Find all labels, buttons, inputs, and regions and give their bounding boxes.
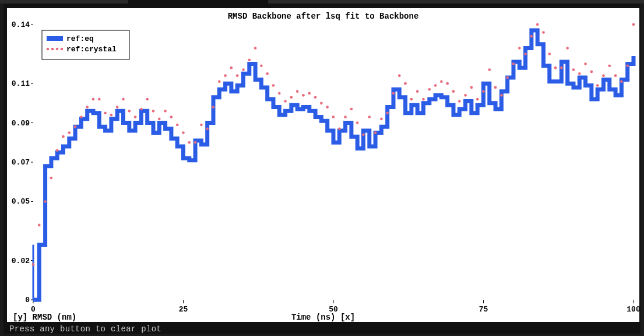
- series-ref:crystal-pt: [170, 116, 173, 118]
- series-ref:crystal-pt: [488, 68, 491, 71]
- series-ref:crystal-pt: [236, 74, 239, 77]
- series-ref:crystal-pt: [182, 131, 185, 134]
- series-ref:crystal-pt: [344, 116, 347, 118]
- series-ref:crystal-pt: [494, 86, 497, 89]
- legend-label-crystal: ref:crystal: [66, 45, 117, 54]
- legend-label-eq: ref:eq: [66, 34, 94, 43]
- series-ref:crystal-pt: [626, 65, 629, 68]
- series-ref:crystal-pt: [278, 92, 281, 95]
- series-ref:crystal-pt: [92, 98, 95, 101]
- y-tick-label: 0.07: [12, 158, 30, 167]
- series-ref:crystal-pt: [38, 224, 41, 227]
- series-ref:crystal-pt: [266, 72, 269, 75]
- series-ref:crystal-pt: [254, 47, 257, 50]
- series-ref:crystal-pt: [194, 141, 197, 144]
- active-tab[interactable]: [128, 0, 268, 4]
- series-ref:crystal-pt: [296, 90, 299, 93]
- series-ref:crystal-pt: [128, 110, 131, 113]
- series-ref:crystal-pt: [470, 86, 473, 89]
- series-ref:crystal-pt: [614, 74, 617, 77]
- x-tick-label: 100: [627, 305, 639, 314]
- series-ref:crystal-pt: [362, 134, 365, 136]
- series-ref:crystal-pt: [536, 23, 539, 26]
- series-ref:crystal-pt: [56, 149, 59, 152]
- y-tick-label: 0: [25, 296, 30, 304]
- y-tick-label: 0.14: [12, 20, 30, 29]
- series-ref:crystal-pt: [218, 80, 221, 83]
- series-ref:crystal-pt: [632, 23, 635, 26]
- series-ref:crystal-pt: [200, 124, 203, 127]
- series-ref:crystal-pt: [560, 66, 563, 69]
- footer-prompt: Press any button to clear plot: [9, 324, 641, 334]
- series-ref:crystal-pt: [404, 82, 407, 85]
- series-ref:crystal-pt: [428, 88, 431, 91]
- series-ref:crystal-pt: [452, 90, 455, 93]
- y-tick-label: 0.05: [12, 197, 30, 206]
- series-ref:crystal-pt: [410, 98, 413, 101]
- series-ref:crystal-pt: [620, 80, 623, 83]
- series-ref:crystal-pt: [374, 131, 377, 134]
- series-ref:crystal-pt: [482, 90, 485, 93]
- series-ref:crystal-pt: [476, 98, 479, 101]
- series-ref:crystal-pt: [158, 118, 161, 121]
- x-tick-label: 25: [179, 305, 188, 314]
- y-tick-label: 0.11: [12, 79, 30, 88]
- series-ref:crystal-pt: [50, 177, 53, 180]
- series-ref:crystal-pt: [386, 111, 389, 114]
- series-ref:crystal-pt: [212, 106, 215, 108]
- series-ref:crystal-pt: [500, 94, 503, 97]
- series-ref:crystal-pt: [416, 90, 419, 93]
- series-ref:crystal-pt: [188, 141, 191, 144]
- legend-swatch-crystal: [51, 48, 54, 51]
- series-ref:crystal-pt: [44, 200, 47, 203]
- series-ref:crystal-pt: [380, 118, 383, 121]
- y-tick-label: 0.09: [12, 119, 30, 128]
- series-ref:crystal-pt: [602, 74, 605, 77]
- series-ref:crystal-pt: [62, 135, 65, 138]
- series-ref:crystal-pt: [230, 66, 233, 69]
- terminal-frame: RMSD Backbone after lsq fit to Backbone0…: [3, 4, 641, 334]
- series-ref:crystal-pt: [140, 108, 143, 111]
- legend-swatch-crystal: [56, 48, 59, 51]
- series-ref:crystal-pt: [302, 94, 305, 97]
- series-ref:crystal-pt: [320, 102, 323, 105]
- series-ref:crystal-pt: [152, 110, 155, 113]
- series-ref:crystal-pt: [284, 100, 287, 103]
- series-ref:crystal-pt: [116, 106, 119, 108]
- series-ref:crystal-pt: [356, 121, 359, 124]
- series-ref:crystal-pt: [590, 71, 593, 74]
- plot-canvas: RMSD Backbone after lsq fit to Backbone0…: [7, 8, 639, 322]
- series-ref:crystal-pt: [518, 47, 521, 50]
- series-ref:crystal-pt: [596, 84, 599, 87]
- series-ref:crystal-pt: [242, 68, 245, 71]
- legend-swatch-crystal: [47, 48, 50, 51]
- series-ref:crystal-pt: [506, 76, 509, 79]
- x-tick-label: 75: [479, 305, 488, 314]
- series-ref:crystal-pt: [530, 35, 533, 38]
- series-ref:crystal-pt: [608, 65, 611, 68]
- series-ref:crystal-pt: [392, 92, 395, 95]
- series-ref:crystal-pt: [164, 110, 167, 113]
- series-ref:crystal-pt: [554, 66, 557, 69]
- series-ref:crystal-pt: [512, 62, 515, 65]
- series-ref:crystal-pt: [146, 98, 149, 101]
- series-ref:crystal-pt: [368, 116, 371, 118]
- series-ref:crystal-pt: [206, 127, 209, 130]
- series-ref:crystal-pt: [32, 263, 35, 266]
- series-ref:eq: [33, 30, 634, 300]
- chart-title: RMSD Backbone after lsq fit to Backbone: [228, 12, 419, 21]
- series-ref:crystal-pt: [548, 52, 551, 55]
- series-ref:crystal-pt: [80, 116, 83, 118]
- series-ref:crystal-pt: [338, 127, 341, 130]
- series-ref:crystal-pt: [434, 84, 437, 87]
- series-ref:crystal-pt: [464, 94, 467, 97]
- chart-svg: RMSD Backbone after lsq fit to Backbone0…: [7, 8, 639, 322]
- series-ref:crystal-pt: [272, 84, 275, 87]
- series-ref:crystal-pt: [440, 80, 443, 83]
- series-ref:crystal-pt: [326, 106, 329, 108]
- series-ref:crystal-pt: [350, 108, 353, 111]
- y-tick-label: 0.02: [12, 257, 30, 265]
- series-ref:crystal-pt: [104, 111, 107, 114]
- series-ref:crystal-pt: [572, 68, 575, 71]
- series-ref:crystal-pt: [224, 74, 227, 77]
